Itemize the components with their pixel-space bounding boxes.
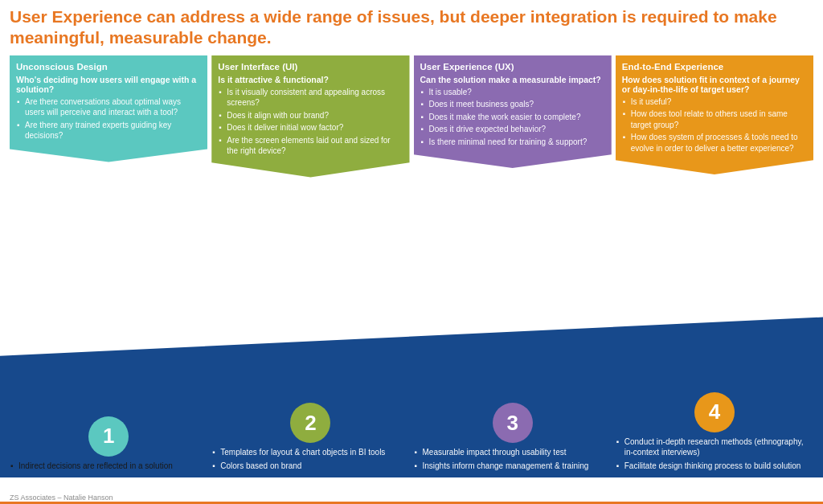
col2-item-3: Does it deliver initial wow factor?	[218, 122, 403, 133]
col4-item-2: How does tool relate to others used in s…	[622, 109, 807, 130]
col2-item-1: Is it visually consistent and appealing …	[218, 87, 403, 109]
col1-item-1: Are there conversations about optimal wa…	[16, 96, 201, 118]
credit-text: ZS Associates – Natalie Hanson	[10, 494, 113, 502]
col3-item-4: Does it drive expected behavior?	[420, 124, 605, 135]
col3-item-3: Does it make the work easier to complete…	[420, 112, 605, 123]
page-wrapper: User Experience can address a wide range…	[0, 0, 823, 504]
col3-item-1: It is usable?	[420, 87, 605, 98]
col3-item-2: Does it meet business goals?	[420, 99, 605, 110]
col1-number: 1	[88, 416, 129, 457]
col2-items: Is it visually consistent and appealing …	[218, 87, 403, 157]
col2-item-4: Are the screen elements laid out and siz…	[218, 135, 403, 157]
column-ui: User Interface (UI) Is it attractive & f…	[211, 55, 409, 478]
col4-bottom-1: Conduct in-depth research methods (ethno…	[616, 436, 813, 458]
col1-header: Unconscious Design	[16, 62, 201, 72]
col3-bottom-1: Measurable impact through usability test	[414, 447, 612, 458]
col2-header: User Interface (UI)	[218, 62, 403, 72]
column-unconscious-design: Unconscious Design Who's deciding how us…	[10, 55, 207, 478]
column-ux: User Experience (UX) Can the solution ma…	[414, 55, 612, 478]
col4-items: Is it useful? How does tool relate to ot…	[622, 96, 807, 154]
col4-item-1: Is it useful?	[622, 96, 807, 108]
page-title: User Experience can address a wide range…	[10, 6, 813, 49]
col1-bottom-1: Indirect decisions are reflected in a so…	[10, 461, 207, 472]
col2-item-2: Does it align with our brand?	[218, 110, 403, 121]
col2-question: Is it attractive & functional?	[218, 75, 403, 84]
col4-item-3: How does system of processes & tools nee…	[622, 132, 807, 154]
pent-box-col2: User Interface (UI) Is it attractive & f…	[211, 55, 409, 178]
stages-label: STAGES OF UX MATURITY	[342, 484, 481, 494]
col3-item-5: Is there minimal need for training & sup…	[420, 137, 605, 148]
pent-box-col3: User Experience (UX) Can the solution ma…	[414, 55, 612, 169]
col3-header: User Experience (UX)	[420, 62, 605, 72]
column-e2e: End-to-End Experience How does solution …	[616, 55, 813, 478]
col4-question: How does solution fit in context of a jo…	[622, 75, 807, 94]
col3-bottom-2: Insights inform change management & trai…	[414, 461, 612, 472]
col3-items: It is usable? Does it meet business goal…	[420, 87, 605, 148]
col2-bottom: Templates for layout & chart objects in …	[211, 447, 409, 473]
col3-question: Can the solution make a measurable impac…	[420, 75, 605, 84]
col3-number: 3	[493, 403, 533, 443]
col1-bottom: Indirect decisions are reflected in a so…	[10, 461, 207, 474]
pent-box-col4: End-to-End Experience How does solution …	[616, 55, 813, 175]
pent-box-col1: Unconscious Design Who's deciding how us…	[10, 55, 207, 162]
col1-item-2: Are there any trained experts guiding ke…	[16, 120, 201, 141]
col1-question: Who's deciding how users will engage wit…	[16, 75, 201, 94]
col2-bottom-1: Templates for layout & chart objects in …	[211, 447, 409, 458]
col4-number: 4	[694, 392, 735, 432]
col4-bottom-2: Facilitate design thinking process to bu…	[616, 461, 813, 472]
col2-bottom-2: Colors based on brand	[211, 461, 409, 472]
col1-items: Are there conversations about optimal wa…	[16, 96, 201, 141]
col4-header: End-to-End Experience	[622, 62, 807, 72]
col3-bottom: Measurable impact through usability test…	[414, 447, 612, 473]
col4-bottom: Conduct in-depth research methods (ethno…	[616, 436, 813, 474]
col2-number: 2	[290, 403, 330, 443]
